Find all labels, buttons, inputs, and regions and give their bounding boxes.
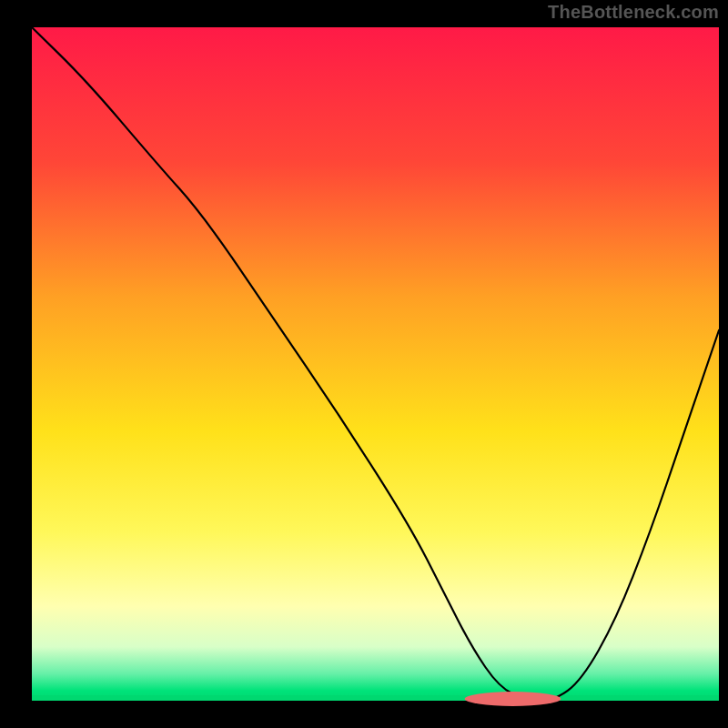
baseline-strip <box>32 695 719 701</box>
bottleneck-chart <box>0 0 728 728</box>
watermark-text: TheBottleneck.com <box>548 2 719 23</box>
optimum-marker <box>465 692 561 706</box>
chart-frame: TheBottleneck.com <box>0 0 728 728</box>
gradient-background <box>32 27 719 701</box>
